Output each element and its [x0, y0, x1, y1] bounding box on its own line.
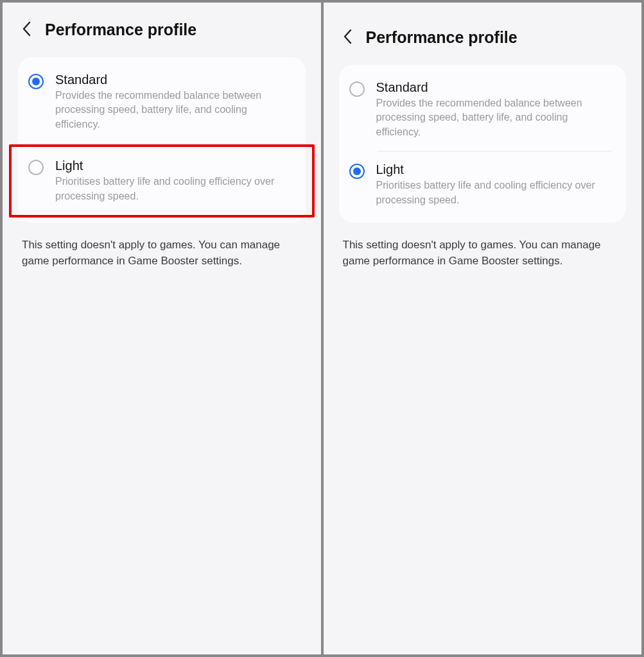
option-standard[interactable]: Standard Provides the recommended balanc…: [18, 61, 306, 143]
option-text: Standard Provides the recommended balanc…: [376, 80, 613, 139]
option-title: Light: [376, 162, 613, 177]
option-desc: Provides the recommended balance between…: [55, 89, 292, 132]
header: Performance profile: [18, 21, 306, 39]
radio-standard[interactable]: [28, 74, 44, 89]
option-title: Standard: [376, 80, 613, 95]
radio-standard[interactable]: [349, 81, 365, 97]
option-desc: Prioritises battery life and cooling eff…: [55, 175, 293, 203]
back-button[interactable]: [339, 30, 356, 46]
radio-light[interactable]: [349, 164, 365, 179]
footnote: This setting doesn't apply to games. You…: [22, 237, 302, 269]
option-text: Light Prioritises battery life and cooli…: [376, 162, 613, 207]
option-title: Standard: [55, 73, 292, 87]
option-text: Light Prioritises battery life and cooli…: [55, 158, 293, 203]
option-text: Standard Provides the recommended balanc…: [55, 73, 292, 132]
option-light[interactable]: Light Prioritises battery life and cooli…: [12, 147, 312, 215]
option-standard[interactable]: Standard Provides the recommended balanc…: [339, 69, 627, 151]
chevron-left-icon: [343, 29, 352, 47]
footnote: This setting doesn't apply to games. You…: [343, 237, 623, 269]
page-title: Performance profile: [366, 28, 518, 47]
right-pane: Performance profile Standard Provides th…: [324, 3, 642, 654]
option-desc: Provides the recommended balance between…: [376, 96, 613, 139]
highlight-box: Light Prioritises battery life and cooli…: [9, 144, 315, 218]
option-light[interactable]: Light Prioritises battery life and cooli…: [339, 151, 627, 219]
left-pane: Performance profile Standard Provides th…: [3, 3, 321, 654]
chevron-left-icon: [22, 21, 31, 39]
page-title: Performance profile: [45, 21, 196, 39]
back-button[interactable]: [18, 22, 35, 38]
options-card: Standard Provides the recommended balanc…: [18, 57, 306, 223]
radio-light[interactable]: [28, 160, 44, 175]
header: Performance profile: [339, 28, 627, 47]
option-title: Light: [55, 158, 293, 173]
options-card: Standard Provides the recommended balanc…: [339, 65, 627, 223]
option-desc: Prioritises battery life and cooling eff…: [376, 178, 613, 207]
